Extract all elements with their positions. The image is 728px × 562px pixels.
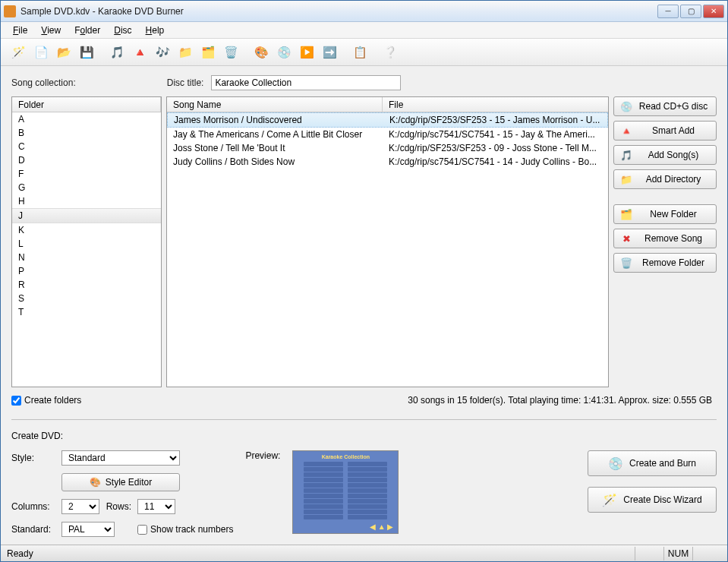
wizard-icon[interactable]: 🪄 <box>8 43 28 62</box>
preview-label: Preview: <box>245 450 280 461</box>
close-button[interactable]: ✕ <box>703 5 724 18</box>
song-file-cell: K:/cdg/rip/sc7541/SC7541 - 15 - Jay & Th… <box>383 128 608 141</box>
status-ready: Ready <box>7 548 33 559</box>
statusbar: Ready NUM <box>1 545 727 561</box>
help-icon[interactable]: ❔ <box>380 43 400 62</box>
status-cell-1 <box>635 547 663 560</box>
add-directory-button[interactable]: 📁Add Directory <box>613 169 717 189</box>
rows-select[interactable]: 11 <box>137 499 175 514</box>
save-icon[interactable]: 💾 <box>77 43 96 62</box>
menu-view[interactable]: View <box>35 24 67 37</box>
folder-row[interactable]: C <box>12 140 161 153</box>
preview-nav-icon: ◀ ▲ ▶ <box>370 523 393 531</box>
style-editor-icon[interactable]: 🎨 <box>251 43 271 62</box>
content-area: Song collection: Disc title: Folder ABCD… <box>1 66 727 545</box>
smart-icon: 🔺 <box>620 125 632 137</box>
folder-row[interactable]: A <box>12 112 161 126</box>
song-file-cell: K:/cdg/rip/sc7541/SC7541 - 14 - Judy Col… <box>383 155 608 169</box>
folder-add-icon: 🗂️ <box>620 208 632 220</box>
create-dvd-label: Create DVD: <box>11 431 717 441</box>
song-row[interactable]: Jay & The Americans / Come A Little Bit … <box>167 128 608 141</box>
disc-icon: 💿 <box>620 100 632 112</box>
song-row[interactable]: Judy Collins / Both Sides NowK:/cdg/rip/… <box>167 155 608 169</box>
folder-row[interactable]: H <box>12 194 161 208</box>
smart-add-icon[interactable]: 🔺 <box>130 43 150 62</box>
new-doc-icon[interactable]: 📄 <box>31 43 51 62</box>
menu-file[interactable]: File <box>7 24 33 37</box>
song-name-cell: James Morrison / Undiscovered <box>168 113 383 127</box>
folder-row[interactable]: B <box>12 126 161 140</box>
song-name-cell: Joss Stone / Tell Me 'Bout It <box>167 141 383 155</box>
open-icon[interactable]: 📂 <box>54 43 74 62</box>
add-songs-button[interactable]: 🎵Add Song(s) <box>613 145 717 165</box>
songs-panel: Song Name File James Morrison / Undiscov… <box>166 96 609 387</box>
smart-add-button[interactable]: 🔺Smart Add <box>613 121 717 140</box>
standard-label: Standard: <box>11 524 55 535</box>
folder-icon: 📁 <box>620 173 632 185</box>
song-row[interactable]: James Morrison / UndiscoveredK:/cdg/rip/… <box>167 112 608 128</box>
folder-row[interactable]: L <box>12 237 161 251</box>
disc-title-input[interactable] <box>211 75 401 90</box>
columns-select[interactable]: 2 <box>61 499 99 514</box>
song-file-cell: K:/cdg/rip/SF253/SF253 - 15 - James Morr… <box>383 113 607 127</box>
song-name-cell: Judy Collins / Both Sides Now <box>167 155 383 169</box>
preview-thumbnail: Karaoke Collection ◀ ▲ ▶ <box>292 450 399 534</box>
song-list[interactable]: James Morrison / UndiscoveredK:/cdg/rip/… <box>167 112 608 387</box>
folder-row[interactable]: P <box>12 264 161 278</box>
disc-title-label: Disc title: <box>167 77 204 88</box>
columns-label: Columns: <box>11 501 55 512</box>
create-disc-wizard-button[interactable]: 🪄 Create Disc Wizard <box>588 487 717 513</box>
folder-list[interactable]: ABCDFGHJKLNPRST <box>12 112 161 387</box>
folder-row[interactable]: J <box>12 208 161 223</box>
new-folder-icon[interactable]: 🗂️ <box>198 43 218 62</box>
music-refresh-icon[interactable]: 🎵 <box>107 43 127 62</box>
standard-select[interactable]: PAL <box>61 522 115 537</box>
create-and-burn-button[interactable]: 💿 Create and Burn <box>588 450 717 476</box>
menu-disc[interactable]: Disc <box>108 24 137 37</box>
folder-row[interactable]: D <box>12 153 161 167</box>
menubar: File View Folder Disc Help <box>1 22 727 39</box>
folder-row[interactable]: K <box>12 223 161 237</box>
folder-row[interactable]: S <box>12 292 161 305</box>
style-select[interactable]: Standard <box>61 450 180 466</box>
music-icon: 🎵 <box>620 149 632 161</box>
song-file-cell: K:/cdg/rip/SF253/SF253 - 09 - Joss Stone… <box>383 141 608 155</box>
folder-row[interactable]: N <box>12 251 161 264</box>
folder-row[interactable]: T <box>12 305 161 319</box>
style-label: Style: <box>11 453 55 463</box>
remove-folder-icon[interactable]: 🗑️ <box>221 43 241 62</box>
export-icon[interactable]: ➡️ <box>320 43 339 62</box>
disc-create-icon[interactable]: 💿 <box>274 43 294 62</box>
new-folder-button[interactable]: 🗂️New Folder <box>613 204 717 224</box>
create-folders-input[interactable] <box>11 396 21 406</box>
remove-icon: ✖ <box>620 232 632 245</box>
song-name-column-header[interactable]: Song Name <box>167 97 383 112</box>
add-song-icon[interactable]: 🎶 <box>153 43 172 62</box>
minimize-button[interactable]: ─ <box>657 5 679 18</box>
add-directory-icon[interactable]: 📁 <box>175 43 195 62</box>
menu-folder[interactable]: Folder <box>68 24 106 37</box>
folder-row[interactable]: F <box>12 167 161 181</box>
remove-folder-button[interactable]: 🗑️Remove Folder <box>613 253 717 273</box>
show-track-numbers-checkbox[interactable]: Show track numbers <box>137 524 233 535</box>
disc-play-icon[interactable]: ▶️ <box>297 43 317 62</box>
wizard-icon: 🪄 <box>602 493 617 507</box>
style-editor-button[interactable]: 🎨 Style Editor <box>61 473 180 491</box>
summary-text: 30 songs in 15 folder(s). Total playing … <box>81 395 717 406</box>
menu-help[interactable]: Help <box>140 24 171 37</box>
create-folders-checkbox[interactable]: Create folders <box>11 395 81 406</box>
remove-song-button[interactable]: ✖Remove Song <box>613 229 717 248</box>
maximize-button[interactable]: ▢ <box>680 5 701 18</box>
song-collection-label: Song collection: <box>11 77 76 88</box>
toolbar: 🪄 📄 📂 💾 🎵 🔺 🎶 📁 🗂️ 🗑️ 🎨 💿 ▶️ ➡️ 📋 ❔ <box>1 39 727 66</box>
file-column-header[interactable]: File <box>383 97 608 112</box>
folder-row[interactable]: G <box>12 181 161 194</box>
read-cdg-button[interactable]: 💿Read CD+G disc <box>613 96 717 116</box>
show-track-numbers-input[interactable] <box>137 525 147 535</box>
palette-icon: 🎨 <box>90 477 101 488</box>
folder-row[interactable]: R <box>12 278 161 292</box>
options-icon[interactable]: 📋 <box>350 43 370 62</box>
song-row[interactable]: Joss Stone / Tell Me 'Bout ItK:/cdg/rip/… <box>167 141 608 155</box>
folder-remove-icon: 🗑️ <box>620 257 632 269</box>
folder-column-header[interactable]: Folder <box>12 97 161 112</box>
